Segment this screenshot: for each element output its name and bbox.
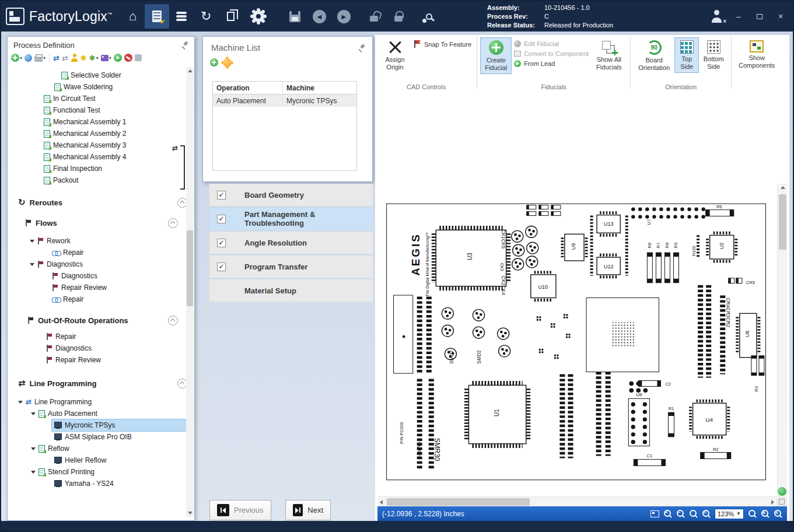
highlight-green-button[interactable]: ✱▾ bbox=[89, 53, 99, 63]
add-operation-button[interactable]: ▾ bbox=[11, 53, 22, 63]
pin-icon[interactable] bbox=[181, 41, 188, 48]
tree-item-diag-repair[interactable]: Repair bbox=[8, 293, 194, 305]
scrollbar-thumb[interactable] bbox=[779, 194, 786, 250]
tree-item-diagnostics[interactable]: Diagnostics bbox=[8, 258, 194, 270]
scroll-down-button[interactable] bbox=[186, 509, 194, 517]
checkbox-checked[interactable]: ✓ bbox=[217, 215, 226, 223]
reports-button[interactable] bbox=[218, 4, 243, 29]
previous-button[interactable]: Previous bbox=[209, 500, 271, 520]
step-board-geometry[interactable]: ✓Board Geometry bbox=[209, 184, 373, 206]
tree-item-mechanical-assembly-4[interactable]: Mechanical Assembly 4 bbox=[8, 151, 194, 163]
pcb-canvas[interactable]: .ol{fill:#fff;stroke:#161616;stroke-widt… bbox=[377, 182, 776, 496]
show-components-button[interactable]: Show Components bbox=[734, 37, 779, 72]
convert-to-component-button[interactable]: Convert to Component bbox=[512, 50, 591, 58]
link-button[interactable] bbox=[25, 53, 32, 63]
tree-item-mechanical-assembly-1[interactable]: Mechanical Assembly 1 bbox=[8, 116, 194, 128]
tree-item-wave-soldering[interactable]: Wave Soldering bbox=[8, 81, 194, 93]
zoom-fit-icon[interactable] bbox=[748, 509, 757, 518]
tree-item-reflow[interactable]: Reflow bbox=[8, 443, 194, 454]
tree-item-rework[interactable]: Rework bbox=[8, 235, 194, 247]
palette-button[interactable]: ▾ bbox=[101, 53, 111, 63]
tree-item-mechanical-assembly-3[interactable]: Mechanical Assembly 3 bbox=[8, 139, 194, 151]
lock-button[interactable] bbox=[386, 4, 411, 29]
tree-item-oor-diagnostics[interactable]: Diagnostics bbox=[8, 342, 194, 354]
board-orientation-button[interactable]: 90 Board Orientation bbox=[634, 37, 674, 74]
bottom-side-button[interactable]: Bottom Side bbox=[699, 37, 728, 73]
tree-item-rework-repair[interactable]: Repair bbox=[8, 247, 194, 258]
from-lead-button[interactable]: From Lead bbox=[512, 60, 591, 68]
checkbox-checked[interactable]: ✓ bbox=[217, 191, 226, 200]
tree-item-packout[interactable]: Packout bbox=[8, 174, 194, 186]
add-machine-button[interactable] bbox=[210, 58, 218, 66]
checkbox-checked[interactable]: ✓ bbox=[217, 262, 226, 271]
home-button[interactable]: ⌂ bbox=[120, 4, 145, 29]
step-part-management[interactable]: ✓Part Management & Troubleshooting bbox=[209, 208, 373, 230]
zoom-extents-button[interactable] bbox=[778, 487, 786, 496]
expander-icon[interactable] bbox=[31, 412, 36, 415]
tree-item-selective-solder[interactable]: Selective Solder bbox=[8, 69, 194, 81]
zoom-level-select[interactable]: 123%▼ bbox=[715, 509, 744, 519]
assign-origin-button[interactable]: Assign Origin bbox=[379, 37, 411, 74]
scroll-right-button[interactable] bbox=[769, 498, 776, 506]
scrollbar-thumb[interactable] bbox=[387, 498, 530, 506]
column-operation[interactable]: Operation bbox=[213, 82, 283, 94]
close-button[interactable]: × bbox=[774, 12, 787, 21]
scroll-up-button[interactable] bbox=[186, 67, 194, 75]
tree-item-yamaha-ys24[interactable]: Yamaha - YS24 bbox=[52, 478, 194, 489]
more-button[interactable] bbox=[135, 53, 142, 63]
show-all-fiducials-button[interactable]: Show All Fiducials bbox=[591, 37, 627, 74]
forward-button[interactable]: ▶ bbox=[331, 4, 356, 29]
zoom-out-icon[interactable]: − bbox=[676, 509, 685, 518]
tree-item-diag-diagnostics[interactable]: Diagnostics bbox=[8, 270, 194, 282]
scrollbar-thumb[interactable] bbox=[187, 230, 193, 306]
back-button[interactable]: ◀ bbox=[307, 4, 331, 29]
minimize-button[interactable]: – bbox=[732, 12, 745, 21]
process-panel-scrollbar[interactable] bbox=[186, 67, 194, 517]
column-machine[interactable]: Machine bbox=[283, 82, 356, 94]
pin-icon[interactable] bbox=[358, 44, 365, 51]
highlight-yellow-button[interactable]: ✱ bbox=[81, 53, 87, 63]
group-swap-icon[interactable]: ⇄ bbox=[172, 144, 178, 152]
tree-item-mycronic-tpsys[interactable]: Mycronic TPSys bbox=[52, 419, 186, 431]
board-view-icon[interactable] bbox=[650, 510, 659, 517]
collapse-oor-button[interactable] bbox=[168, 316, 178, 326]
tree-item-stencil-printing[interactable]: Stencil Printing bbox=[8, 466, 194, 478]
sync-button[interactable]: ↻ bbox=[194, 4, 218, 29]
expander-icon[interactable] bbox=[30, 263, 34, 266]
user-logout-icon[interactable]: × bbox=[710, 10, 724, 23]
maximize-button[interactable] bbox=[753, 12, 766, 21]
settings-button[interactable] bbox=[246, 4, 271, 29]
scroll-left-button[interactable] bbox=[377, 498, 385, 506]
save-button[interactable] bbox=[282, 4, 307, 29]
horizontal-scrollbar[interactable] bbox=[377, 496, 776, 506]
tree-item-line-programming[interactable]: ⇄Line Programming bbox=[8, 396, 194, 408]
machine-table-row[interactable]: Auto Placement Mycronic TPSys bbox=[213, 94, 356, 107]
step-angle-resolution[interactable]: ✓Angle Resolution bbox=[209, 232, 373, 254]
start-button[interactable] bbox=[114, 53, 122, 63]
machine-settings-button[interactable] bbox=[223, 58, 232, 67]
tree-item-final-inspection[interactable]: Final Inspection bbox=[8, 163, 194, 174]
vertical-scrollbar[interactable] bbox=[777, 184, 787, 496]
process-editor-button[interactable] bbox=[145, 4, 169, 29]
tree-item-oor-repair-review[interactable]: Repair Review bbox=[8, 354, 194, 366]
top-side-button[interactable]: Top Side bbox=[674, 37, 699, 73]
tree-item-oor-repair[interactable]: Repair bbox=[8, 331, 194, 342]
step-material-setup[interactable]: Material Setup bbox=[209, 279, 373, 302]
route-swap-alt-button[interactable]: ⇄ bbox=[62, 53, 68, 63]
expander-icon[interactable] bbox=[31, 471, 36, 474]
tree-item-auto-placement[interactable]: Auto Placement bbox=[8, 408, 194, 419]
expander-icon[interactable] bbox=[31, 447, 36, 450]
tree-item-functional-test[interactable]: Functional Test bbox=[8, 104, 194, 116]
scroll-up-button[interactable] bbox=[779, 184, 786, 191]
unlock-button[interactable] bbox=[362, 4, 386, 29]
operator-button[interactable] bbox=[71, 53, 78, 63]
route-swap-button[interactable]: ⇄ bbox=[53, 53, 60, 63]
print-button[interactable]: ▾ bbox=[34, 53, 46, 63]
tree-item-in-circuit-test[interactable]: In Circuit Test bbox=[8, 93, 194, 104]
zoom-all-icon[interactable]: a bbox=[761, 509, 769, 518]
tree-item-mechanical-assembly-2[interactable]: Mechanical Assembly 2 bbox=[8, 128, 194, 139]
stop-button[interactable] bbox=[124, 53, 132, 63]
search-settings-button[interactable] bbox=[417, 4, 441, 29]
tree-item-diag-repair-review[interactable]: Repair Review bbox=[8, 282, 194, 293]
edit-fiducial-button[interactable]: Edit Fiducial bbox=[512, 40, 591, 48]
